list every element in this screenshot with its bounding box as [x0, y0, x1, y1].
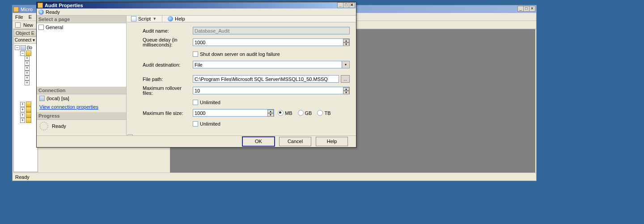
file-path-input[interactable] [193, 75, 339, 83]
script-button[interactable]: Script ▼ [129, 16, 158, 21]
server-icon [39, 96, 45, 101]
object-explorer-tree[interactable]: −(lo − + + + + + + + + + + [14, 44, 38, 124]
object-explorer-title: Object E [14, 30, 38, 37]
max-rollover-input[interactable] [193, 87, 350, 94]
menu-edit-trunc[interactable]: E [29, 14, 32, 20]
object-explorer-panel: Object E Connect ▾ −(lo − + + + + + + + … [13, 29, 38, 172]
dialog-minimize-button[interactable]: _ [337, 2, 343, 8]
ready-text: Ready [46, 9, 60, 15]
queue-delay-input[interactable] [193, 38, 350, 46]
max-file-size-input[interactable] [193, 109, 274, 117]
spin-down-icon[interactable]: ▼ [267, 113, 274, 117]
chevron-down-icon[interactable]: ▼ [153, 17, 157, 21]
tree-expand-icon[interactable]: + [20, 102, 25, 107]
connection-header: Connection [37, 87, 126, 94]
tree-expand-icon[interactable]: + [25, 76, 30, 80]
tree-expand-icon[interactable]: + [20, 118, 25, 123]
max-rollover-label: Maximum rollover files: [143, 86, 193, 96]
shutdown-checkbox[interactable] [193, 51, 198, 57]
page-icon [38, 25, 44, 30]
tree-collapse-icon[interactable]: − [15, 45, 20, 50]
folder-icon [26, 101, 31, 107]
help-icon [168, 16, 173, 21]
spin-down-icon[interactable]: ▼ [343, 42, 349, 46]
progress-state: Ready [52, 123, 66, 129]
object-explorer-toolbar[interactable]: Connect ▾ [14, 37, 38, 44]
dialog-ready-bar: i Ready [37, 8, 356, 15]
menu-file[interactable]: File [15, 14, 23, 20]
new-query-button[interactable]: New [23, 22, 33, 28]
unit-tb-label: TB [324, 110, 330, 116]
folder-icon [26, 107, 31, 112]
progress-panel: Ready [37, 120, 126, 132]
folder-icon [26, 112, 31, 118]
spin-up-icon[interactable]: ▲ [343, 39, 349, 42]
help-toolbar-label: Help [175, 16, 185, 21]
audit-properties-dialog: Audit Properties _ □ ✕ i Ready Select a … [36, 2, 356, 148]
dialog-left-pane: Select a page General Connection (local)… [37, 16, 127, 135]
dialog-right-pane: Script ▼ Help Audit name: Queue delay (i… [127, 16, 356, 135]
ssms-maximize-button[interactable]: □ [523, 6, 530, 12]
view-connection-properties-link[interactable]: View connection properties [39, 104, 98, 110]
tree-expand-icon[interactable]: + [20, 113, 25, 118]
rollover-unlimited-label: Unlimited [200, 100, 220, 105]
help-toolbar-button[interactable]: Help [166, 16, 187, 21]
app-icon [13, 7, 19, 12]
dialog-close-button[interactable]: ✕ [349, 2, 355, 8]
file-size-unit-group: MB GB TB [278, 110, 330, 116]
tree-expand-icon[interactable]: + [25, 66, 30, 71]
max-file-size-label: Maximum file size: [143, 110, 193, 116]
filesize-unlimited-checkbox[interactable] [193, 121, 198, 127]
help-button[interactable]: Help [316, 137, 348, 146]
spin-down-icon[interactable]: ▼ [343, 91, 349, 94]
toolbar-separator [162, 16, 162, 22]
status-text: Ready [15, 174, 30, 180]
server-icon [21, 45, 26, 51]
dialog-button-row: OK Cancel Help [37, 135, 356, 147]
file-path-label: File path: [143, 76, 193, 82]
ssms-close-button[interactable]: ✕ [529, 6, 535, 12]
spin-up-icon[interactable]: ▲ [267, 110, 274, 113]
max-rollover-spinner[interactable]: ▲ ▼ [193, 87, 350, 94]
tree-expand-icon[interactable]: + [25, 56, 30, 61]
tree-root-label[interactable]: (lo [27, 45, 32, 51]
connection-panel: (local) [sa] View connection properties [37, 94, 126, 112]
tree-expand-icon[interactable]: + [25, 61, 30, 66]
chevron-down-icon[interactable]: ▼ [342, 61, 349, 68]
audit-form: Audit name: Queue delay (in milliseconds… [127, 22, 356, 146]
filesize-unlimited-label: Unlimited [200, 121, 220, 127]
ok-button[interactable]: OK [242, 137, 275, 146]
page-general[interactable]: General [38, 24, 124, 30]
select-page-header: Select a page [37, 16, 126, 23]
tree-expand-icon[interactable]: + [25, 71, 30, 76]
dialog-maximize-button[interactable]: □ [343, 2, 349, 8]
new-query-icon [15, 22, 21, 28]
dialog-titlebar[interactable]: Audit Properties _ □ ✕ [37, 2, 356, 8]
rollover-unlimited-checkbox[interactable] [193, 100, 198, 105]
tree-expand-icon[interactable]: + [20, 107, 25, 112]
max-file-size-spinner[interactable]: ▲ ▼ [193, 109, 274, 117]
shutdown-label: Shut down server on audit log failure [200, 51, 280, 57]
audit-destination-input[interactable] [193, 61, 350, 68]
unit-tb-radio[interactable] [317, 110, 323, 116]
folder-icon [26, 118, 31, 123]
folder-icon [26, 51, 31, 56]
audit-destination-label: Audit destination: [143, 62, 193, 68]
ssms-title: Micro [21, 7, 33, 12]
dialog-app-icon [38, 3, 43, 8]
cancel-button[interactable]: Cancel [279, 137, 311, 146]
audit-destination-combo[interactable]: ▼ [193, 61, 350, 68]
ssms-minimize-button[interactable]: _ [517, 6, 524, 12]
spin-up-icon[interactable]: ▲ [343, 87, 349, 91]
info-icon: i [38, 9, 44, 15]
script-label: Script [138, 16, 151, 21]
dialog-title: Audit Properties [45, 3, 83, 8]
browse-button[interactable]: ... [341, 75, 350, 83]
tree-expand-icon[interactable]: + [25, 80, 30, 85]
unit-mb-radio[interactable] [278, 110, 284, 116]
queue-delay-spinner[interactable]: ▲ ▼ [193, 38, 350, 46]
dialog-toolbar: Script ▼ Help [127, 16, 356, 22]
unit-gb-radio[interactable] [298, 110, 304, 116]
audit-name-label: Audit name: [143, 28, 193, 34]
tree-collapse-icon[interactable]: − [20, 51, 25, 56]
